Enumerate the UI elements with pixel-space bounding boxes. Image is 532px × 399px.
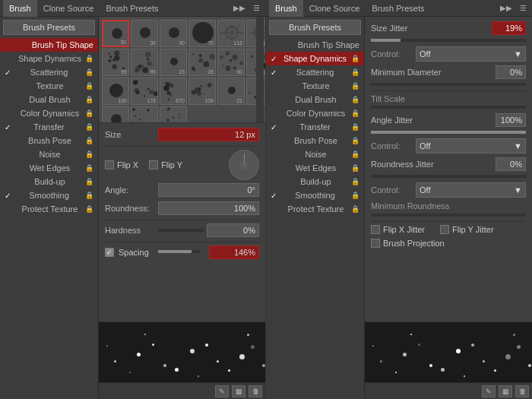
tab-arrow-left[interactable]: ▶▶ (231, 4, 248, 12)
right-size-jitter-value[interactable]: 19% (492, 21, 526, 35)
left-toolbar-btn1[interactable]: ✎ (215, 385, 229, 397)
right-tab-menu[interactable]: ☰ (518, 4, 529, 12)
brush-thumb-11[interactable]: 60 (217, 49, 245, 76)
left-toolbar-btn2[interactable]: ▦ (232, 385, 245, 397)
right-brush-item-12[interactable]: Protect Texture🔒 (266, 202, 364, 216)
right-brush-presets-button[interactable]: Brush Presets (269, 20, 361, 35)
brush-thumb-8[interactable]: 95 (131, 49, 158, 76)
svg-point-34 (147, 58, 150, 61)
brush-thumb-23[interactable]: 150 (160, 106, 187, 123)
left-brush-item-5[interactable]: Color Dynamics🔒 (0, 106, 98, 120)
svg-point-84 (169, 84, 173, 87)
brush-thumb-21[interactable]: 80 (102, 106, 129, 123)
right-brush-item-6[interactable]: ✓Transfer🔒 (266, 120, 364, 134)
left-size-value[interactable]: 12 px (158, 128, 259, 141)
left-brush-item-9[interactable]: Wet Edges🔒 (0, 161, 98, 175)
right-brush-item-10[interactable]: Build-up🔒 (266, 175, 364, 188)
lock-icon: 🔒 (351, 164, 359, 172)
left-brush-item-12[interactable]: Protect Texture🔒 (0, 202, 98, 216)
brush-thumb-14[interactable]: 100 (102, 78, 129, 105)
left-brush-item-7[interactable]: Brush Pose🔒 (0, 134, 98, 147)
left-brush-settings: Size 12 px Flip X Flip Y ⊕ Angle: 0° (99, 123, 265, 321)
left-tab-presets[interactable]: Brush Presets (100, 0, 164, 17)
right-brush-item-5[interactable]: Color Dynamics🔒 (266, 106, 364, 120)
left-brush-item-11[interactable]: ✓Smoothing🔒 (0, 188, 98, 202)
brush-thumb-17[interactable]: 109 (188, 78, 216, 105)
left-brush-item-1[interactable]: Shape Dynamics🔒 (0, 52, 98, 65)
left-angle-circle[interactable]: ⊕ (229, 150, 259, 180)
right-size-jitter-slider[interactable] (371, 39, 526, 42)
left-flipy-cb[interactable] (149, 160, 158, 169)
right-angle-jitter-row: Angle Jitter 100% (371, 113, 526, 127)
right-toolbar-btn2[interactable]: ▦ (499, 385, 512, 397)
brush-thumb-22[interactable]: 300 (131, 106, 158, 123)
right-tab-arrow[interactable]: ▶▶ (498, 4, 515, 12)
right-flip-y-jitter-cb[interactable] (440, 225, 449, 234)
left-brush-item-10[interactable]: Build-up🔒 (0, 175, 98, 188)
right-brush-item-0[interactable]: Brush Tip Shape (266, 38, 364, 52)
brush-thumb-1[interactable]: 30 (131, 20, 158, 47)
left-brush-item-2[interactable]: ✓Scattering🔒 (0, 65, 98, 79)
left-brush-item-0[interactable]: Brush Tip Shape (0, 38, 98, 52)
right-min-diameter-slider[interactable] (371, 83, 526, 86)
brush-thumb-2[interactable]: 30 (160, 20, 187, 47)
left-brush-item-3[interactable]: Texture🔒 (0, 79, 98, 93)
right-roundness-jitter-value[interactable]: 0% (496, 157, 526, 171)
preview-dot (380, 360, 382, 363)
right-brush-item-4[interactable]: Dual Brush🔒 (266, 93, 364, 106)
left-brush-item-6[interactable]: ✓Transfer🔒 (0, 120, 98, 134)
right-brush-item-2[interactable]: ✓Scattering🔒 (266, 65, 364, 79)
left-hardness-slider[interactable] (158, 229, 204, 232)
right-min-diameter-value[interactable]: 0% (496, 65, 526, 79)
right-brush-item-11[interactable]: ✓Smoothing🔒 (266, 188, 364, 202)
right-toolbar-btn1[interactable]: ✎ (482, 385, 496, 397)
left-brush-scrollbar[interactable] (256, 17, 264, 122)
right-tab-brush[interactable]: Brush (269, 0, 303, 17)
left-flipx-cb[interactable] (105, 160, 114, 169)
right-control2-select[interactable]: Off ▼ (416, 138, 526, 154)
brush-thumb-0[interactable]: 30 (102, 20, 129, 47)
right-roundness-jitter-slider[interactable] (371, 175, 526, 178)
right-control3-select[interactable]: Off ▼ (416, 182, 526, 198)
left-angle-value[interactable]: 0° (158, 183, 259, 197)
brush-thumb-3[interactable]: 70 (188, 20, 216, 47)
right-roundness-jitter-row: Roundness Jitter 0% (371, 157, 526, 171)
right-brush-item-3[interactable]: Texture🔒 (266, 79, 364, 93)
right-tab-presets[interactable]: Brush Presets (366, 0, 430, 17)
right-tab-clone[interactable]: Clone Source (303, 0, 366, 17)
brush-thumb-10[interactable]: 28 (188, 49, 216, 76)
right-flip-x-jitter-cb[interactable] (371, 225, 380, 234)
brush-thumb-7[interactable]: 95 (102, 49, 129, 76)
lock-icon: 🔒 (85, 205, 93, 213)
right-brush-item-1[interactable]: ✓Shape Dynamics🔒 (266, 52, 364, 65)
right-tilt-slider[interactable] (371, 106, 526, 109)
right-control1-select[interactable]: Off ▼ (416, 46, 526, 62)
left-spacing-cb[interactable] (105, 248, 114, 257)
right-angle-jitter-slider[interactable] (371, 131, 526, 134)
left-brush-item-4[interactable]: Dual Brush🔒 (0, 93, 98, 106)
right-angle-jitter-value[interactable]: 100% (496, 113, 526, 127)
left-hardness-value[interactable]: 0% (207, 223, 260, 237)
brush-thumb-16[interactable]: 870 (160, 78, 187, 105)
left-roundness-value[interactable]: 100% (158, 201, 259, 215)
brush-thumb-18[interactable]: 21 (217, 78, 245, 105)
preview-dot (410, 334, 412, 335)
right-brush-item-7[interactable]: Brush Pose🔒 (266, 134, 364, 147)
right-brush-projection-cb[interactable] (371, 239, 380, 248)
tab-menu-left[interactable]: ☰ (251, 4, 262, 12)
right-control3-arrow: ▼ (514, 185, 522, 195)
left-spacing-value[interactable]: 146% (209, 245, 259, 259)
left-toolbar-btn3[interactable]: 🗑 (249, 385, 262, 397)
brush-thumb-9[interactable]: 23 (160, 49, 187, 76)
right-toolbar-btn3[interactable]: 🗑 (515, 385, 529, 397)
brush-thumb-15[interactable]: 176 (131, 78, 158, 105)
right-brush-item-9[interactable]: Wet Edges🔒 (266, 161, 364, 175)
left-tab-brush[interactable]: Brush (3, 0, 37, 17)
left-tab-clone[interactable]: Clone Source (37, 0, 100, 17)
right-min-roundness-slider[interactable] (371, 214, 526, 217)
left-brush-item-8[interactable]: Noise🔒 (0, 147, 98, 161)
left-brush-presets-button[interactable]: Brush Presets (3, 20, 95, 35)
brush-thumb-4[interactable]: 112 (217, 20, 245, 47)
left-spacing-slider[interactable] (158, 250, 201, 253)
right-brush-item-8[interactable]: Noise🔒 (266, 147, 364, 161)
